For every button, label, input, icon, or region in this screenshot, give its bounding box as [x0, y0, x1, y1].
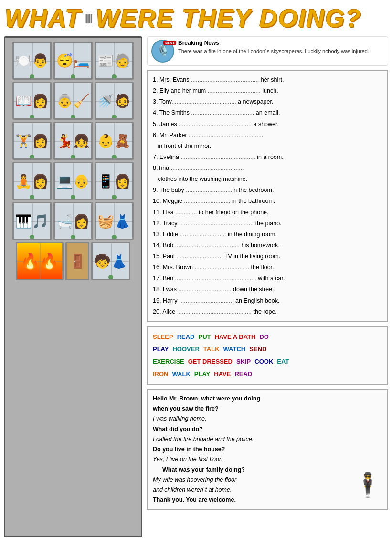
wb-word-play2: PLAY — [194, 368, 210, 380]
person-bath: 🛁👩 — [56, 213, 90, 229]
sentence-3: 3. Tony.................................… — [153, 96, 382, 107]
person-relaxing: 🧘👩 — [15, 173, 49, 189]
sentence-15: 15. Paul ............................ TV… — [153, 251, 382, 262]
building-row-6: 🔥🔥 🚪 🧒👗 — [8, 242, 138, 280]
door-icon: 🚪 — [69, 253, 86, 269]
building-row-4: 🧘👩 💻👴 📱👩 — [8, 162, 138, 200]
dialogue-line-6: Do you live in the house? — [153, 444, 350, 454]
window-exercising: 🏋️👩 — [12, 122, 52, 160]
sentence-20: 20. Alice ..............................… — [153, 306, 382, 317]
wb-word-cook: COOK — [254, 356, 273, 368]
window-showering: 🚿🧔 — [95, 82, 134, 120]
window-piano: 🎹🎵 — [12, 202, 52, 240]
wb-word-hoover: HOOVER — [172, 343, 199, 356]
dialogue-text: Hello Mr. Brown, what were you doing whe… — [153, 394, 350, 505]
wb-word-exercise: EXERCISE — [153, 356, 184, 368]
dialogue-line-7: Yes, I live on the first floor. — [153, 454, 350, 464]
window-fire: 🔥🔥 — [16, 242, 64, 280]
wb-word-get-dressed: GET DRESSED — [188, 356, 233, 368]
building-panel: 🍽️👨 😴🛏️ 📰🧓 📖👩 👵🧹 🚿 — [4, 36, 142, 537]
window-calling: 📱👩 — [95, 162, 134, 200]
wb-word-have: HAVE — [214, 368, 231, 380]
sentence-6b: in front of the mirror. — [153, 141, 382, 152]
sentence-8b: clothes into the washing mashine. — [153, 174, 382, 185]
sentence-9: 9. The baby ............................… — [153, 185, 382, 196]
news-content: Breaking News There was a fire in one of… — [178, 40, 384, 55]
person-laundry: 🧺👗 — [97, 213, 131, 229]
dialogue-line-5: I called the fire brigade and the police… — [153, 434, 350, 444]
wb-word-walk: WALK — [172, 368, 191, 380]
news-text: There was a fire in one of the London´s … — [178, 48, 384, 55]
sentence-4: 4. The Smiths ..........................… — [153, 107, 382, 118]
dialogue-panel: Hello Mr. Brown, what were you doing whe… — [147, 389, 388, 510]
window-dancing: 💃👧 — [53, 122, 93, 160]
title-part2: WERE THEY DOING? — [95, 4, 361, 32]
sentence-17: 17. Ben ................................… — [153, 273, 382, 284]
person-piano: 🎹🎵 — [15, 213, 49, 229]
title-bar: WHAT ||||‍ WERE THEY DOING? — [0, 0, 392, 34]
dialogue-line-8: What was your family doing? — [153, 465, 350, 475]
building-row-1: 🍽️👨 😴🛏️ 📰🧓 — [8, 42, 138, 80]
sentence-2: 2. Elly and her mum ....................… — [153, 85, 382, 96]
person-showering: 🚿🧔 — [97, 93, 131, 109]
dialogue-line-9: My wife was hoovering the floor — [153, 475, 350, 485]
wb-word-put: PUT — [198, 331, 211, 343]
window-ironing: 👵🧹 — [53, 82, 93, 120]
wb-word-do: DO — [259, 331, 269, 343]
sentences-panel: 1. Mrs. Evans ..........................… — [147, 70, 388, 322]
fire-icon: 🔥🔥 — [21, 252, 59, 270]
person-baby: 👶🧸 — [97, 133, 131, 149]
window-baby: 👶🧸 — [95, 122, 134, 160]
word-bank-row-1: SLEEP READ PUT HAVE A BATH DO — [153, 331, 382, 343]
word-bank-row-3: EXERCISE GET DRESSED SKIP COOK EAT — [153, 356, 382, 368]
dialogue-line-1: Hello Mr. Brown, what were you doing — [153, 394, 350, 404]
dialogue-line-2: when you saw the fire? — [153, 404, 350, 414]
person-reading-book: 📖👩 — [15, 93, 49, 109]
window-girl: 🧒👗 — [91, 242, 130, 280]
person-calling: 📱👩 — [97, 173, 131, 189]
sentence-8a: 8.Tina..................................… — [153, 163, 382, 174]
wb-word-play1: PLAY — [153, 343, 169, 356]
person-ironing: 👵🧹 — [56, 93, 90, 109]
wb-word-iron: IRON — [153, 368, 169, 380]
dialogue-line-11: Thank you. You are welcome. — [153, 495, 350, 505]
window-sleeping: 😴🛏️ — [53, 42, 93, 80]
sentence-18: 18. I was ..............................… — [153, 284, 382, 295]
dialogue-line-10: and children weren´t at home. — [153, 485, 350, 495]
sentence-16: 16. Mrs. Brown .........................… — [153, 262, 382, 273]
wb-word-read1: READ — [177, 331, 195, 343]
window-eating: 🍽️👨 — [12, 42, 52, 80]
dialogue-line-3: I was walking home. — [153, 414, 350, 424]
person-sleeping: 😴🛏️ — [56, 53, 90, 69]
window-reading-book: 📖👩 — [12, 82, 52, 120]
sentence-1: 1. Mrs. Evans ..........................… — [153, 74, 382, 85]
wb-word-talk: TALK — [203, 343, 220, 356]
news-title: Breaking News — [178, 40, 384, 46]
wb-word-watch: WATCH — [223, 343, 246, 356]
wb-word-read2: READ — [234, 368, 252, 380]
person-girl: 🧒👗 — [94, 253, 127, 269]
word-bank-row-2: PLAY HOOVER TALK WATCH SEND — [153, 343, 382, 356]
wb-word-sleep: SLEEP — [153, 331, 173, 343]
word-bank-row-4: IRON WALK PLAY HAVE READ — [153, 368, 382, 380]
sentence-12: 12. Tracy ..............................… — [153, 218, 382, 229]
sentence-5: 5. James ...............................… — [153, 119, 382, 130]
person-dancing: 💃👧 — [56, 133, 90, 149]
window-bath: 🛁👩 — [53, 202, 93, 240]
sentence-10: 10. Meggie ............................ … — [153, 196, 382, 207]
window-laundry: 🧺👗 — [95, 202, 134, 240]
breaking-news-box: 🎙️ NEWS Breaking News There was a fire i… — [147, 36, 388, 66]
news-badge: NEWS — [163, 41, 176, 45]
building-row-2: 📖👩 👵🧹 🚿🧔 — [8, 82, 138, 120]
window-laptop: 💻👴 — [53, 162, 93, 200]
building-row-3: 🏋️👩 💃👧 👶🧸 — [8, 122, 138, 160]
sentence-13: 13. Eddie ............................ i… — [153, 229, 382, 240]
sentence-19: 19. Harry ..............................… — [153, 295, 382, 306]
right-panel: 🎙️ NEWS Breaking News There was a fire i… — [147, 36, 388, 537]
building-door: 🚪 — [65, 242, 89, 280]
word-bank: SLEEP READ PUT HAVE A BATH DO PLAY HOOVE… — [147, 326, 388, 385]
building-row-5: 🎹🎵 🛁👩 🧺👗 — [8, 202, 138, 240]
wb-word-have-a-bath: HAVE A BATH — [214, 331, 255, 343]
dialogue-line-4: What did you do? — [153, 424, 350, 434]
wb-word-send: SEND — [249, 343, 266, 356]
